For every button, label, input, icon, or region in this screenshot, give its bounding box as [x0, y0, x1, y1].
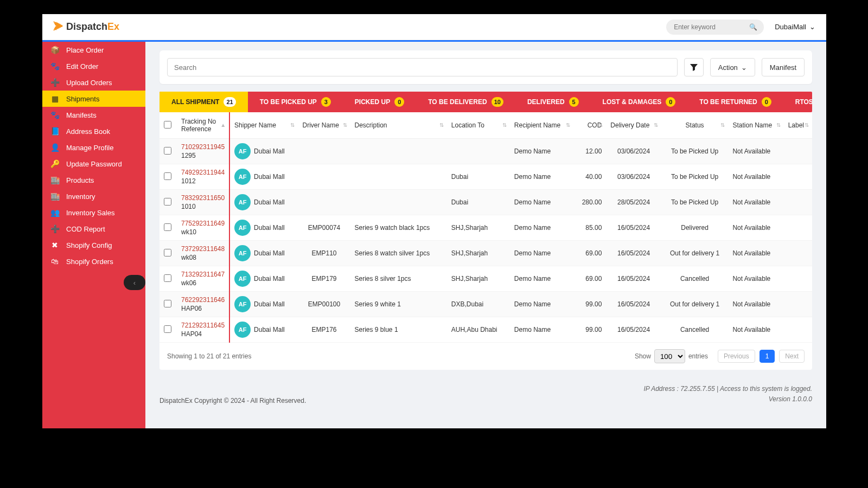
table-row[interactable]: 737292311648wk08AFDubai MallEMP110Series…: [159, 241, 812, 266]
row-checkbox[interactable]: [164, 249, 171, 256]
sidebar-item-update-password[interactable]: 🔑Update Password: [42, 156, 145, 172]
col-driver[interactable]: Driver Name⇅: [298, 112, 350, 139]
filter-button[interactable]: [684, 58, 704, 76]
tracking-no[interactable]: 737292311648: [181, 245, 225, 253]
col-date[interactable]: Delivery Date⇅: [606, 112, 661, 139]
sidebar-item-products[interactable]: 🏬Products: [42, 172, 145, 188]
cod: 69.00: [573, 241, 607, 266]
cod: 280.00: [573, 190, 607, 215]
driver-name: EMP00100: [298, 292, 350, 317]
sort-icon: ▲: [220, 123, 226, 127]
search-icon[interactable]: 🔍: [749, 23, 757, 31]
sidebar-item-shopify-config[interactable]: ✖Shopify Config: [42, 237, 145, 253]
sidebar-item-inventory-sales[interactable]: 👥Inventory Sales: [42, 204, 145, 221]
tracking-no[interactable]: 775292311649: [181, 220, 225, 227]
tracking-no[interactable]: 762292311646: [181, 296, 225, 304]
sidebar-item-manifests[interactable]: 🐾Manifests: [42, 107, 145, 123]
page-size-select[interactable]: 100: [654, 349, 685, 363]
tab-picked-up[interactable]: PICKED UP 0: [343, 92, 416, 112]
tab-count: 5: [569, 97, 579, 107]
col-location[interactable]: Location To⇅: [447, 112, 510, 139]
ip-notice: IP Address : 72.255.7.55 | Access to thi…: [643, 384, 812, 394]
row-checkbox[interactable]: [164, 325, 171, 333]
col-cod[interactable]: COD⇅: [573, 112, 607, 139]
status-tabs: ALL SHIPMENT 21TO BE PICKED UP 3PICKED U…: [159, 92, 812, 112]
row-checkbox[interactable]: [164, 223, 171, 231]
table-row[interactable]: 7492923119441012AFDubai MallDubaiDemo Na…: [159, 164, 812, 190]
user-menu[interactable]: DubaiMall ⌄: [775, 23, 815, 31]
tracking-no[interactable]: 721292311645: [181, 322, 225, 329]
tracking-no[interactable]: 710292311945: [181, 143, 225, 151]
global-search-input[interactable]: [674, 23, 756, 31]
col-station[interactable]: Station Name⇅: [728, 112, 783, 139]
row-checkbox[interactable]: [164, 147, 171, 155]
manifest-button[interactable]: Manifest: [762, 58, 805, 76]
table-row[interactable]: 713292311647wk06AFDubai MallEMP179Series…: [159, 266, 812, 292]
delivery-date: 16/05/2024: [606, 292, 661, 317]
sidebar-item-edit-order[interactable]: 🐾Edit Order: [42, 58, 145, 74]
location-to: SHJ,Sharjah: [447, 215, 510, 241]
page-1[interactable]: 1: [760, 350, 775, 363]
station-name: Not Available: [728, 215, 783, 241]
tab-count: 0: [394, 97, 404, 107]
table-row[interactable]: 721292311645HAP04AFDubai MallEMP176Serie…: [159, 317, 812, 343]
select-all-checkbox[interactable]: [164, 121, 171, 129]
sidebar-label: Products: [66, 176, 94, 184]
sidebar-item-shopify-orders[interactable]: 🛍Shopify Orders: [42, 253, 145, 269]
sidebar-item-cod-report[interactable]: ➕COD Report: [42, 221, 145, 237]
tab-delivered[interactable]: DELIVERED 5: [515, 92, 591, 112]
sidebar-item-upload-orders[interactable]: ➕Upload Orders: [42, 74, 145, 91]
sidebar-item-inventory[interactable]: 🏬Inventory: [42, 188, 145, 204]
col-status[interactable]: Status⇅: [661, 112, 729, 139]
table-row[interactable]: 762292311646HAP06AFDubai MallEMP00100Ser…: [159, 292, 812, 317]
col-description[interactable]: Description⇅: [350, 112, 447, 139]
table-row[interactable]: 775292311649wk10AFDubai MallEMP00074Seri…: [159, 215, 812, 241]
tab-to-be-delivered[interactable]: TO BE DELIVERED 10: [416, 92, 515, 112]
tab-all-shipment[interactable]: ALL SHIPMENT 21: [159, 92, 248, 112]
row-checkbox[interactable]: [164, 274, 171, 282]
shipper-avatar: AF: [234, 194, 251, 210]
sidebar-item-manage-profile[interactable]: 👤Manage Profile: [42, 139, 145, 156]
sidebar-item-shipments[interactable]: ▦Shipments: [42, 91, 145, 107]
sidebar-label: Manage Profile: [66, 144, 113, 152]
col-label[interactable]: Label⇅: [784, 112, 812, 139]
description: [350, 139, 447, 164]
tab-rtos[interactable]: RTOS 0: [783, 92, 812, 112]
label-cell: [784, 139, 812, 164]
tab-to-be-picked-up[interactable]: TO BE PICKED UP 3: [248, 92, 343, 112]
shipments-table: Tracking No Reference ▲ Shipper Name⇅ Dr…: [159, 112, 812, 370]
tracking-no[interactable]: 713292311647: [181, 271, 225, 278]
table-row[interactable]: 7832923116501010AFDubai MallDubaiDemo Na…: [159, 190, 812, 215]
global-search[interactable]: 🔍: [666, 20, 764, 35]
recipient-name: Demo Name: [510, 241, 573, 266]
table-row[interactable]: 7102923119451295AFDubai MallDemo Name12.…: [159, 139, 812, 164]
col-recipient[interactable]: Recipient Name⇅: [510, 112, 573, 139]
action-button[interactable]: Action ⌄: [710, 58, 755, 76]
table-search[interactable]: [167, 58, 678, 76]
col-tracking[interactable]: Tracking No Reference ▲: [177, 112, 229, 139]
prev-page[interactable]: Previous: [718, 350, 755, 363]
tab-to-be-returned[interactable]: TO BE RETURNED 0: [687, 92, 783, 112]
filter-icon: [690, 63, 698, 72]
recipient-name: Demo Name: [510, 292, 573, 317]
next-page[interactable]: Next: [779, 350, 805, 363]
sidebar-item-address-book[interactable]: 📘Address Book: [42, 123, 145, 139]
tab-count: 0: [762, 97, 771, 107]
chevron-down-icon: ⌄: [809, 23, 815, 31]
label-cell: [784, 215, 812, 241]
tab-lost-damages[interactable]: LOST & DAMAGES 0: [591, 92, 688, 112]
table-search-input[interactable]: [174, 63, 671, 72]
row-checkbox[interactable]: [164, 172, 171, 180]
row-checkbox[interactable]: [164, 300, 171, 307]
sidebar-label: Place Order: [66, 46, 104, 54]
logo[interactable]: ⮞ DispatchEx: [53, 21, 119, 33]
col-shipper[interactable]: Shipper Name⇅: [229, 112, 298, 139]
location-to: Dubai: [447, 190, 510, 215]
tracking-no[interactable]: 783292311650: [181, 194, 225, 202]
sidebar-collapse[interactable]: ‹: [124, 275, 145, 290]
tracking-no[interactable]: 749292311944: [181, 169, 225, 176]
sidebar-item-place-order[interactable]: 📦Place Order: [42, 42, 145, 58]
sidebar-icon: 🐾: [50, 62, 60, 70]
row-checkbox[interactable]: [164, 198, 171, 206]
label-cell: [784, 266, 812, 292]
